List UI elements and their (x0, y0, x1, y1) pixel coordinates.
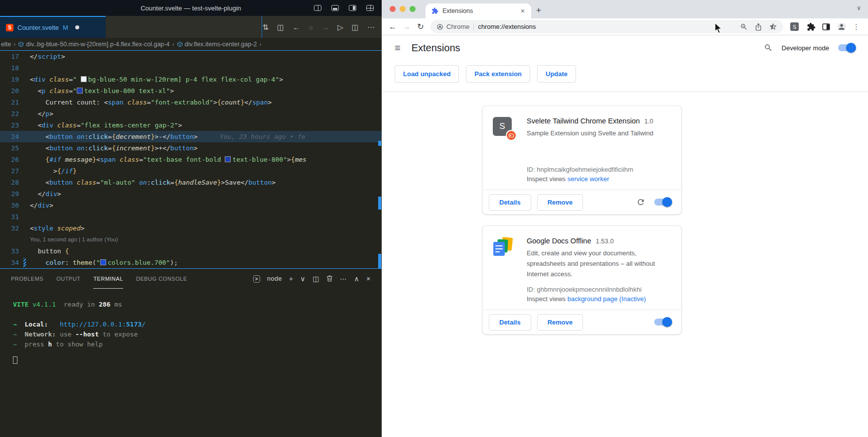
close-window-button[interactable] (390, 6, 396, 12)
card-footer: Details Remove (483, 310, 681, 334)
remove-button[interactable]: Remove (537, 194, 583, 211)
reload-extension-icon[interactable] (636, 198, 645, 207)
tab-debug-console[interactable]: DEBUG CONSOLE (136, 269, 187, 289)
code-line[interactable]: 19<div class=" bg-blue-50 min-w-[20rem] … (0, 74, 382, 85)
pinned-extension-button[interactable]: S (788, 20, 801, 33)
open-preview-icon[interactable]: ◫ (277, 23, 284, 31)
tab-problems[interactable]: PROBLEMS (11, 269, 43, 289)
code-line[interactable]: 34 color: theme("colors.blue.700"); (0, 257, 382, 268)
site-label: Chrome (446, 23, 469, 30)
code-line[interactable]: 24 <button on:click={decrement}>-</butto… (0, 131, 382, 142)
extension-title: Svelete Tailwind Chrome Extension (527, 117, 640, 125)
code-line[interactable]: 18 (0, 62, 382, 74)
close-panel-icon[interactable]: × (366, 275, 371, 282)
code-line[interactable]: 25 <button on:click={increment}>+</butto… (0, 142, 382, 154)
service-worker-link[interactable]: service worker (568, 175, 609, 183)
color-swatch-icon (77, 88, 83, 94)
site-info[interactable]: Chrome (436, 23, 469, 30)
terminal-shell-label[interactable]: node (267, 275, 282, 282)
background-page-link[interactable]: background page (Inactive) (568, 295, 646, 303)
chrome-menu-icon[interactable]: ⋮ (853, 22, 860, 31)
zoom-icon[interactable] (740, 23, 748, 31)
tab-counter-svelte[interactable]: S Counter.svelte M (0, 16, 106, 38)
code-line[interactable]: 33 button { (0, 245, 382, 257)
tab-terminal[interactable]: TERMINAL (93, 269, 123, 289)
details-button[interactable]: Details (489, 194, 531, 211)
overview-ruler[interactable] (377, 51, 382, 268)
split-editor-icon[interactable]: ◫ (352, 23, 359, 31)
code-line[interactable]: 23 <div class="flex items-center gap-2"> (0, 119, 382, 131)
share-icon[interactable] (754, 23, 762, 31)
new-tab-button[interactable]: + (531, 3, 546, 17)
code-line[interactable]: 17</script> (0, 51, 382, 62)
toolbar-extensions-area: S ⋮ (786, 20, 864, 33)
line-number: 32 (0, 222, 30, 234)
pack-extension-button[interactable]: Pack extension (466, 65, 530, 83)
tab-search-chevron-icon[interactable]: ∨ (857, 4, 861, 11)
hamburger-menu-icon[interactable]: ≡ (395, 42, 401, 54)
split-editor-layout-icon[interactable] (314, 5, 321, 11)
code-line[interactable]: 30</div> (0, 200, 382, 211)
browser-tab-extensions[interactable]: Extensions × (426, 3, 531, 18)
close-tab-icon[interactable]: × (518, 7, 527, 15)
extensions-puzzle-icon[interactable] (807, 22, 816, 31)
chrome-logo-icon (436, 23, 443, 30)
zoom-window-button[interactable] (410, 6, 416, 12)
code-line[interactable]: 26 {#if message}<span class="text-base f… (0, 154, 382, 165)
breadcrumb-item[interactable]: div.flex.items-center.gap-2 (177, 41, 257, 48)
code-line[interactable]: 32<style scoped> (0, 222, 382, 234)
update-button[interactable]: Update (537, 65, 576, 83)
tab-output[interactable]: OUTPUT (56, 269, 80, 289)
address-bar[interactable]: Chrome chrome://extensions (431, 20, 783, 33)
more-actions-icon[interactable]: ⋯ (367, 23, 375, 31)
extension-version: 1.0 (644, 117, 653, 125)
bookmark-star-icon[interactable] (769, 22, 777, 31)
code-line[interactable]: You, 1 second ago | 1 author (You) (0, 234, 382, 245)
run-file-icon[interactable]: ▷ (337, 23, 343, 31)
minimize-window-button[interactable] (400, 6, 406, 12)
source-control-compare-icon[interactable]: ⇅ (262, 23, 269, 31)
load-unpacked-button[interactable]: Load unpacked (395, 65, 459, 83)
code-line[interactable]: 21 Current count: <span class="font-extr… (0, 97, 382, 108)
new-terminal-icon[interactable]: + (289, 275, 293, 282)
maximize-panel-icon[interactable]: ∧ (354, 275, 360, 282)
code-line[interactable]: 28 <button class="ml-auto" on:click={han… (0, 177, 382, 188)
chrome-window: Extensions × + ∨ ← → ↻ Chrome chrome://e… (382, 0, 868, 437)
profile-avatar-icon[interactable] (837, 22, 847, 32)
code-line[interactable]: 20 <p class="text-blue-800 text-xl"> (0, 85, 382, 97)
terminal-output[interactable]: VITE v4.1.1 ready in 286 ms→ Local: http… (0, 289, 382, 359)
breadcrumb[interactable]: elte›div..bg-blue-50.min-w-[20rem].p-4.f… (0, 38, 382, 51)
panel-more-icon[interactable]: ⋯ (340, 275, 347, 282)
unsaved-dot-icon[interactable] (75, 25, 79, 29)
titlebar-layout-controls (314, 5, 382, 11)
ruler-mark (378, 254, 381, 268)
line-number: 24 (0, 131, 30, 142)
reload-icon[interactable]: ↻ (414, 22, 428, 31)
kill-terminal-icon[interactable] (326, 275, 333, 283)
search-icon[interactable] (764, 43, 773, 52)
extension-enabled-toggle[interactable] (654, 319, 671, 326)
code-line[interactable]: 27 >{/if} (0, 165, 382, 177)
remove-button[interactable]: Remove (537, 314, 583, 330)
terminal-dropdown-icon[interactable]: ∨ (300, 275, 306, 282)
extension-card-svelte: S Svelete Tailwind Chrome Extension1.0 S… (482, 106, 682, 215)
developer-mode-toggle[interactable] (838, 44, 855, 51)
back-icon[interactable]: ← (386, 22, 400, 31)
details-button[interactable]: Details (489, 314, 531, 330)
editor-layout-grid-icon[interactable] (366, 5, 374, 11)
code-editor[interactable]: 17</script>1819<div class=" bg-blue-50 m… (0, 51, 382, 268)
code-line[interactable]: 31 (0, 211, 382, 222)
code-line[interactable]: 29 </div> (0, 188, 382, 200)
breadcrumb-item[interactable]: elte (1, 41, 11, 48)
side-panel-icon[interactable] (822, 22, 831, 31)
line-number: 33 (0, 245, 30, 257)
codelens-blame: You, 1 second ago | 1 author (You) (30, 234, 118, 245)
toggle-sidebar-icon[interactable] (349, 5, 356, 11)
code-line[interactable]: 22 </p> (0, 108, 382, 119)
tab-filename: Counter.svelte (17, 24, 59, 31)
extension-enabled-toggle[interactable] (654, 199, 671, 206)
navigate-back-icon[interactable]: ← (292, 23, 300, 31)
split-terminal-icon[interactable]: ◫ (312, 275, 319, 282)
toggle-panel-icon[interactable] (331, 5, 339, 11)
breadcrumb-item[interactable]: div..bg-blue-50.min-w-[20rem].p-4.flex.f… (18, 41, 169, 48)
